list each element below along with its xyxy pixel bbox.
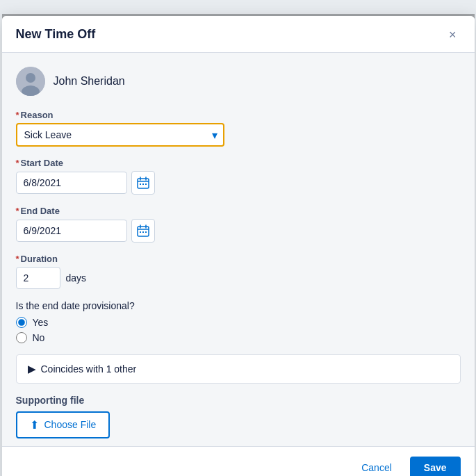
radio-no-input[interactable] (16, 332, 27, 343)
radio-yes-item[interactable]: Yes (16, 317, 461, 328)
svg-point-1 (26, 73, 35, 83)
radio-yes-input[interactable] (16, 317, 27, 328)
user-name: John Sheridan (54, 75, 125, 88)
start-date-calendar-button[interactable] (131, 171, 155, 195)
svg-rect-9 (145, 183, 147, 185)
duration-row: days (16, 267, 461, 289)
modal-title: New Time Off (16, 27, 96, 42)
modal-dialog: New Time Off × John Sheridan * (2, 16, 475, 477)
coincides-box[interactable]: ▶ Coincides with 1 other (16, 354, 461, 384)
svg-rect-8 (142, 183, 144, 185)
avatar (16, 67, 45, 96)
modal-backdrop: New Time Off × John Sheridan * (2, 14, 475, 476)
upload-icon: ⬆ (30, 418, 39, 432)
chevron-right-icon: ▶ (28, 363, 35, 375)
coincides-text: Coincides with 1 other (41, 363, 137, 375)
duration-group: * Duration days (16, 254, 461, 289)
required-star-duration: * (16, 254, 19, 264)
svg-rect-14 (140, 231, 141, 233)
user-row: John Sheridan (16, 67, 461, 97)
provisional-question: Is the end date provisional? (16, 300, 461, 311)
duration-label: * Duration (16, 254, 461, 264)
start-date-group: * Start Date (16, 158, 461, 195)
svg-rect-15 (142, 231, 144, 233)
choose-file-button[interactable]: ⬆ Choose File (16, 411, 110, 438)
reason-select[interactable]: Sick Leave Vacation Personal Maternity/P… (16, 123, 224, 147)
reason-group: * Reason Sick Leave Vacation Personal Ma… (16, 110, 461, 147)
end-date-calendar-button[interactable] (131, 219, 155, 243)
duration-unit: days (66, 272, 87, 284)
provisional-group: Is the end date provisional? Yes No (16, 300, 461, 343)
end-date-input[interactable] (16, 220, 127, 242)
supporting-file-label: Supporting file (16, 395, 461, 406)
supporting-file-group: Supporting file ⬆ Choose File (16, 395, 461, 438)
modal-body: John Sheridan * Reason Sick Leave Vacati… (2, 53, 475, 446)
cancel-button[interactable]: Cancel (350, 457, 403, 477)
required-star-start: * (16, 158, 19, 168)
svg-rect-16 (145, 231, 147, 233)
end-date-group: * End Date (16, 206, 461, 243)
required-star-end: * (16, 206, 19, 216)
reason-select-wrapper: Sick Leave Vacation Personal Maternity/P… (16, 123, 224, 147)
radio-yes-label: Yes (33, 317, 49, 328)
save-button[interactable]: Save (410, 457, 461, 477)
radio-no-item[interactable]: No (16, 332, 461, 343)
modal-header: New Time Off × (2, 16, 475, 53)
start-date-input[interactable] (16, 172, 127, 194)
start-date-label: * Start Date (16, 158, 461, 168)
svg-rect-7 (140, 183, 141, 185)
choose-file-label: Choose File (44, 419, 97, 430)
end-date-row (16, 219, 461, 243)
required-star-reason: * (16, 110, 19, 120)
radio-no-label: No (33, 332, 45, 343)
end-date-label: * End Date (16, 206, 461, 216)
provisional-radio-group: Yes No (16, 317, 461, 343)
reason-label: * Reason (16, 110, 461, 120)
calendar-icon (137, 224, 149, 237)
start-date-row (16, 171, 461, 195)
calendar-icon (137, 177, 149, 189)
modal-footer: Cancel Save (2, 446, 475, 477)
close-button[interactable]: × (445, 27, 461, 42)
duration-input[interactable] (16, 267, 60, 289)
